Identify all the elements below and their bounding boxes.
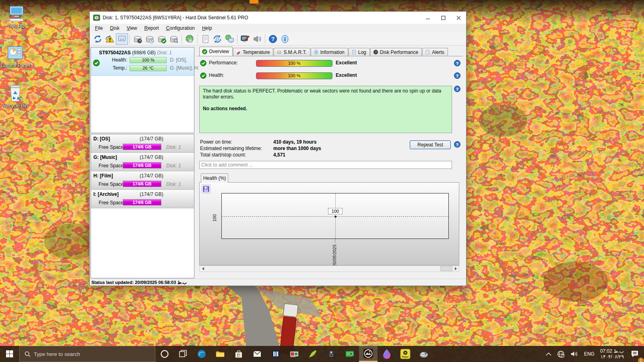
tray-language-indicator[interactable]: ENG (582, 346, 596, 362)
partition-row-i[interactable]: I: [Archive] (174/7 GB) Free Space 174/6… (91, 190, 194, 208)
refresh-icon (93, 34, 103, 44)
partition-size: (174/7 GB) (140, 154, 163, 160)
tray-volume-button[interactable] (569, 346, 580, 362)
action-center-icon (631, 350, 639, 358)
desktop-icon-control-panel[interactable]: Control Panel (0, 45, 31, 68)
status-help-icon[interactable]: ? (454, 86, 460, 92)
partition-disk: Disk: 1 (166, 181, 181, 187)
disk-performance-button[interactable] (132, 33, 144, 45)
window-title: Disk: 1, ST9750422AS [6WS1Y6RA] - Hard D… (103, 15, 248, 21)
performance-rating: Excellent (336, 60, 357, 66)
scrollbar-thumb[interactable] (440, 266, 452, 271)
preferences-button[interactable] (239, 33, 251, 45)
chart-horizontal-scrollbar[interactable] (199, 265, 459, 272)
menu-disk[interactable]: Disk (106, 25, 123, 32)
desktop-icon-this-pc[interactable]: This PC (1, 4, 31, 29)
taskbar-app-gallery-active[interactable] (359, 346, 378, 362)
taskbar-app-paint3d[interactable] (378, 346, 396, 362)
performance-help-icon[interactable]: ? (454, 60, 460, 66)
taskbar-app-feather[interactable] (303, 346, 322, 362)
remote-monitoring-button[interactable] (223, 33, 235, 45)
free-space-label: Free Space (99, 163, 124, 169)
network-disks-button[interactable] (184, 33, 196, 45)
menu-view[interactable]: View (123, 25, 141, 32)
comment-input[interactable] (199, 161, 452, 169)
taskbar-app-videocard[interactable] (285, 346, 303, 362)
info-icon: i (280, 34, 290, 44)
disk-surface-test-button[interactable] (168, 33, 180, 45)
chart-tab-health[interactable]: Health (%) (201, 173, 228, 183)
partition-row-g[interactable]: G: [Music] (174/7 GB) Free Space 174/6 G… (91, 153, 194, 171)
taskbar-app-file-explorer[interactable] (211, 346, 229, 362)
partition-size: (174/7 GB) (140, 136, 163, 142)
disk-test-ok-button[interactable] (156, 33, 168, 45)
tray-clock[interactable]: 07:02 ب.ظ ۱۴۰۴/۰۶/۲۹ (599, 346, 625, 362)
tab-disk-performance[interactable]: Disk Performance (370, 48, 422, 56)
menu-file[interactable]: File (91, 25, 106, 32)
toolbar-separator (197, 34, 198, 44)
refresh-button[interactable] (92, 33, 104, 45)
title-bar[interactable]: Disk: 1, ST9750422AS [6WS1Y6RA] - Hard D… (90, 12, 466, 24)
menu-report[interactable]: Report (141, 25, 163, 32)
taskbar-app-player[interactable]: Player (396, 346, 415, 362)
save-chart-button[interactable] (202, 185, 211, 193)
control-panel-icon (6, 45, 25, 62)
stat-label: Total start/stop count: (200, 152, 246, 158)
taskbar-app-library[interactable] (266, 346, 285, 362)
problems-report-button[interactable] (104, 33, 116, 45)
tray-network-button[interactable] (555, 346, 566, 362)
tray-overflow-button[interactable] (544, 346, 553, 362)
cortana-icon (160, 350, 169, 358)
desktop-icon-label: Recycle Bin (0, 103, 31, 109)
hard-disk-sentinel-window[interactable]: Disk: 1, ST9750422AS [6WS1Y6RA] - Hard D… (89, 11, 466, 286)
action-center-button[interactable]: 1 (628, 346, 642, 362)
report-button[interactable] (199, 33, 211, 45)
health-rating: Excellent (336, 72, 357, 78)
disk-entry-selected[interactable]: ST9750422AS (698/6 GB) Disk: 1 Health: 1… (91, 47, 194, 76)
help-button[interactable]: ? (267, 33, 279, 45)
menu-configuration[interactable]: Configuration (163, 25, 198, 32)
menu-help[interactable]: Help (198, 25, 216, 32)
taskbar-search[interactable]: Type here to search (19, 346, 155, 362)
tab-overview[interactable]: Overview (199, 47, 233, 56)
partition-row-h[interactable]: H: [Film] (174/7 GB) Free Space 174/6 GB… (91, 171, 194, 190)
refresh-info-button[interactable] (211, 33, 223, 45)
start-button[interactable] (0, 346, 19, 362)
repeat-test-help-icon[interactable]: ? (454, 141, 460, 148)
disk-history-button[interactable] (144, 33, 156, 45)
tab-log[interactable]: Log (349, 48, 370, 56)
taskbar-app-store[interactable] (229, 346, 248, 362)
taskbar-app-amp[interactable] (322, 346, 341, 362)
detect-disks-button[interactable] (116, 33, 128, 45)
tab-information[interactable]: i Information (311, 48, 348, 56)
search-icon (25, 351, 31, 357)
free-space-label: Free Space (99, 181, 124, 187)
tab-alerts[interactable]: Alerts (422, 48, 448, 56)
sounds-button[interactable] (251, 33, 263, 45)
taskbar-app-greencard[interactable] (341, 346, 359, 362)
partition-row-d[interactable]: D: [OS] (174/7 GB) Free Space 174/6 GB D… (91, 134, 194, 153)
temperature-label: Temp.: (103, 65, 127, 71)
scroll-right-button[interactable] (452, 266, 459, 272)
task-view-button[interactable] (174, 346, 192, 362)
cortana-button[interactable] (155, 346, 174, 362)
tab-temperature[interactable]: Temperature (233, 48, 273, 56)
taskbar-app-hdsentinel[interactable] (415, 346, 433, 362)
scroll-left-button[interactable] (200, 266, 206, 272)
taskbar-app-edge[interactable] (192, 346, 211, 362)
tab-smart[interactable]: S.M.A.R.T. (274, 48, 310, 56)
close-button[interactable] (451, 12, 466, 24)
chart-x-tick-date: 20/09/2025 (332, 239, 337, 267)
information-icon: i (314, 49, 319, 55)
health-ok-icon (200, 72, 206, 79)
partition-list: D: [OS] (174/7 GB) Free Space 174/6 GB D… (91, 134, 194, 278)
about-button[interactable]: i (279, 33, 291, 45)
taskbar-app-mail[interactable] (248, 346, 266, 362)
health-help-icon[interactable]: ? (454, 72, 460, 79)
disk-check-icon (157, 34, 167, 44)
free-space-bar: 174/6 GB (123, 199, 161, 206)
maximize-button[interactable] (436, 12, 451, 24)
repeat-test-button[interactable]: Repeat Test (410, 140, 451, 149)
minimize-button[interactable] (420, 12, 436, 24)
desktop-icon-recycle-bin[interactable]: Recycle Bin (0, 84, 31, 109)
